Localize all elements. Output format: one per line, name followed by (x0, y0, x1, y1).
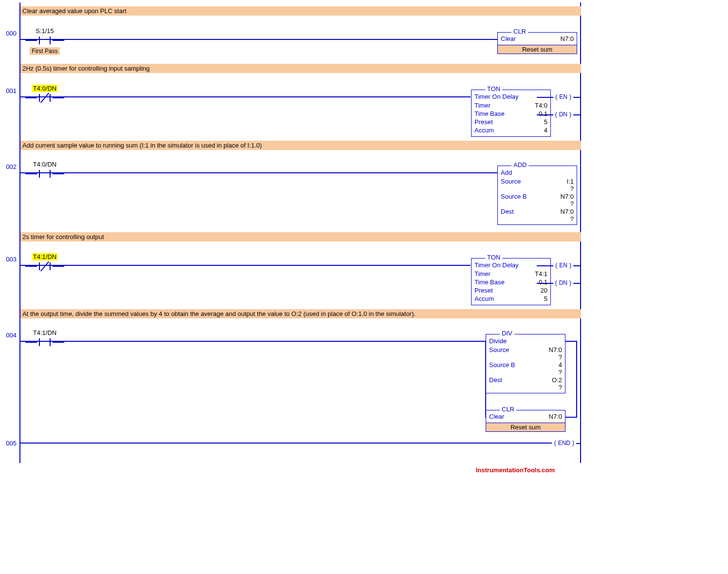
div-instruction-box: DIV Divide SourceN7:0 ? Source B4 ? Dest… (486, 334, 565, 393)
rung-000: 000 Clear averaged value upon PLC start … (0, 6, 584, 50)
instr-header: CLR (500, 406, 516, 413)
rung-wire (20, 443, 552, 444)
instr-title: Clear (501, 35, 516, 43)
instr-header: CLR (511, 28, 528, 35)
dn-output: (DN) (553, 111, 573, 118)
rung-comment: 2Hz (0.5s) timer for controlling input s… (20, 64, 581, 73)
rung-wire (20, 341, 485, 342)
rung-number: 001 (2, 87, 17, 94)
rung-number: 002 (2, 163, 17, 170)
instr-header: TON (485, 254, 502, 261)
contact-xic-t40dn: T4:0/DN (25, 85, 64, 103)
branch-wire-top-right (565, 341, 577, 342)
contact-xic-t41dn: T4:1/DN (25, 253, 64, 271)
instr-footer: Reset sum (486, 423, 565, 431)
contact-xio-first-pass: S:1/15 First Pass (25, 27, 64, 55)
contact-address: T4:0/DN (25, 161, 64, 168)
en-output: (EN) (553, 262, 573, 269)
rung-wire (20, 172, 497, 173)
instr-title: Add (501, 169, 574, 176)
instr-footer: Reset sum (498, 45, 577, 54)
rung-wire (20, 96, 471, 97)
rung-number: 004 (2, 332, 17, 339)
rung-number: 000 (2, 30, 17, 37)
footer-credit: InstrumentationTools.com (476, 466, 555, 474)
clr-instruction-box-2: CLR Clear N7:0 Reset sum (486, 410, 565, 432)
rung-002: 002 Add current sample value to running … (0, 141, 584, 219)
dn-output: (DN) (553, 279, 573, 286)
instr-value: N7:0 (549, 412, 562, 421)
instr-title: Divide (489, 337, 562, 345)
contact-xio-t41dn: T4:1/DN (25, 329, 64, 347)
rung-wire (20, 39, 497, 40)
rung-comment: Add current sample value to running sum … (20, 141, 581, 150)
instr-header: ADD (511, 161, 528, 168)
rung-003: 003 2s timer for controlling output T4:1… (0, 232, 584, 296)
rung-number: 005 (2, 440, 17, 447)
rung-comment: 2s timer for controlling output (20, 232, 581, 241)
end-output: (END) (552, 440, 576, 446)
instr-header: DIV (500, 330, 514, 337)
rung-001: 001 2Hz (0.5s) timer for controlling inp… (0, 64, 584, 127)
contact-address: T4:1/DN (32, 253, 57, 260)
contact-xio-t40dn: T4:0/DN (25, 161, 64, 179)
instr-title: Clear (489, 412, 504, 421)
contact-address: T4:0/DN (32, 85, 57, 92)
contact-address: T4:1/DN (25, 329, 64, 336)
instr-header: TON (485, 85, 502, 93)
contact-address: S:1/15 (25, 27, 64, 35)
rung-number: 003 (2, 256, 17, 263)
instr-value: N7:0 (561, 35, 574, 43)
rung-005-end: 005 (END) (0, 440, 584, 449)
rung-comment: At the output time, divide the summed va… (20, 309, 581, 318)
contact-description: First Pass (30, 47, 59, 55)
ladder-diagram: 000 Clear averaged value upon PLC start … (0, 0, 584, 478)
add-instruction-box: ADD Add SourceI:1 ? Source BN7:0 ? DestN… (497, 166, 577, 225)
rung-004: 004 At the output time, divide the summe… (0, 309, 584, 426)
rung-comment: Clear averaged value upon PLC start (20, 6, 581, 16)
en-output: (EN) (553, 93, 573, 100)
rung-wire (20, 265, 471, 266)
branch-right-rail (576, 341, 577, 418)
clr-instruction-box: CLR Clear N7:0 Reset sum (497, 32, 577, 54)
